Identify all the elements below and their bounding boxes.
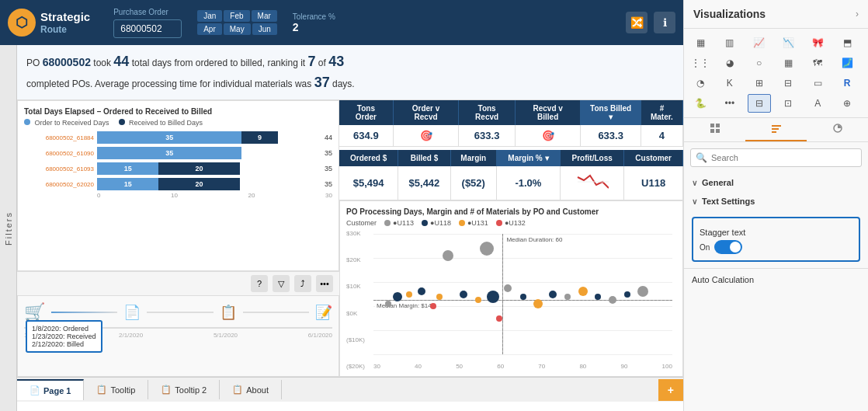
viz-icon-r[interactable]: R <box>835 74 859 92</box>
table-row: 68000502_61093 15 20 35 <box>24 162 332 175</box>
viz-icon-selected[interactable]: ⊟ <box>748 94 771 113</box>
tab-about-label: About <box>246 385 269 395</box>
viz-icon-col[interactable]: ▥ <box>718 33 741 52</box>
col-margin-pct: Margin % ▾ <box>496 150 560 166</box>
summary-days2: 37 <box>314 75 330 90</box>
about-icon: 📋 <box>232 385 243 395</box>
dot-16 <box>564 294 571 300</box>
median-duration-line <box>502 234 503 354</box>
text-settings-content: Stagger text On <box>684 211 868 268</box>
bar-light-4: 15 <box>97 178 158 190</box>
stagger-text-label: Stagger text <box>700 228 745 237</box>
viz-icon-scatter[interactable]: ⋮⋮ <box>689 54 712 72</box>
tab-page1[interactable]: 📄 Page 1 <box>17 379 84 400</box>
viz-icon-donut[interactable]: ○ <box>748 54 771 72</box>
viz-icon-treemap[interactable]: ▦ <box>776 54 800 72</box>
help-icon[interactable]: ? <box>251 275 268 292</box>
filters-sidebar: Filters <box>0 45 17 411</box>
doc2-icon: 📋 <box>220 304 237 321</box>
text-settings-section-header[interactable]: ∨ Text Settings <box>684 192 868 211</box>
viz-icon-table[interactable]: ⊞ <box>748 74 771 92</box>
x-60: 60 <box>497 363 504 370</box>
tab-about[interactable]: 📋 About <box>220 380 282 399</box>
month-jan[interactable]: Jan <box>197 10 222 22</box>
stagger-text-row: Stagger text <box>700 225 852 240</box>
export-icon[interactable]: ⤴ <box>294 275 311 292</box>
filter-ctrl-icon[interactable]: ▽ <box>273 275 290 292</box>
tab-page1-label: Page 1 <box>43 386 71 395</box>
x-100: 100 <box>662 363 672 370</box>
svg-rect-2 <box>716 124 720 127</box>
col-tons-recvd: Tons Recvd <box>459 100 515 125</box>
viz-icon-more[interactable]: ••• <box>718 94 741 113</box>
legend-u118-label: ●U118 <box>430 219 451 227</box>
viz-chevron-icon[interactable]: › <box>856 9 859 19</box>
po-select[interactable]: 68000502 <box>113 19 182 38</box>
viz-icon-line[interactable]: 📈 <box>748 33 771 52</box>
viz-icon-bar[interactable]: ▦ <box>689 33 712 52</box>
tooltip-line2: 1/23/2020: Received <box>32 333 96 340</box>
legend-u113: ●U113 <box>384 219 414 227</box>
tooltip-line3: 2/12/2020: Billed <box>32 340 96 348</box>
viz-icon-card[interactable]: ▭ <box>806 74 829 92</box>
tab-tooltip[interactable]: 📋 Tooltip <box>84 380 148 399</box>
legend-u118: ●U118 <box>422 219 451 227</box>
x-40: 40 <box>415 363 422 370</box>
month-apr[interactable]: Apr <box>197 23 222 35</box>
legend-dot-light <box>24 119 30 125</box>
col-recvd-billed: Recvd v Billed <box>515 100 581 125</box>
search-input[interactable] <box>690 148 862 167</box>
tab-tooltip2[interactable]: 📋 Tooltip 2 <box>148 380 220 399</box>
month-feb[interactable]: Feb <box>224 10 249 22</box>
viz-icon-text[interactable]: A <box>806 94 829 113</box>
viz-icon-map[interactable]: 🗺 <box>806 54 829 72</box>
metrics-table-bottom: Ordered $ Billed $ Margin Margin % ▾ Pro… <box>339 150 683 200</box>
viz-icon-waterfall[interactable]: ⬒ <box>835 33 859 52</box>
bar-chart-section: Total Days Elapsed – Ordered to Received… <box>17 100 339 271</box>
viz-icon-btn-extra[interactable]: ⊕ <box>835 94 859 113</box>
viz-tab-format[interactable] <box>745 118 807 141</box>
stagger-text-box: Stagger text On <box>692 217 860 262</box>
viz-icon-gauge[interactable]: ◔ <box>689 74 712 92</box>
viz-tab-analytics[interactable] <box>807 118 868 141</box>
more-icon[interactable]: ••• <box>316 275 333 292</box>
add-tab-button[interactable]: + <box>658 379 683 401</box>
axis-10: 10 <box>171 192 178 199</box>
grid-4 <box>373 330 672 331</box>
viz-tab-build[interactable] <box>684 118 745 141</box>
val-margin: ($52) <box>450 166 496 200</box>
viz-icon-ribbon[interactable]: 🎀 <box>806 33 829 52</box>
metrics-data-row: 634.9 🎯 633.3 🎯 633.3 4 <box>339 125 683 147</box>
toggle-switch[interactable] <box>714 240 742 254</box>
viz-icon-kpi[interactable]: K <box>718 74 741 92</box>
app-header: ⬡ Strategic Route Purchase Order 6800050… <box>0 0 683 45</box>
viz-icon-area[interactable]: 📉 <box>776 33 800 52</box>
dot-21 <box>637 286 648 297</box>
month-jun[interactable]: Jun <box>252 23 277 35</box>
build-icon <box>710 123 720 134</box>
col-order-recvd: Order v Recvd <box>393 100 459 125</box>
bar-total-1: 44 <box>313 134 332 141</box>
viz-icon-filter[interactable]: ⊡ <box>776 94 800 113</box>
y-20k: $20K <box>346 256 373 263</box>
chart-controls: ? ▽ ⤴ ••• <box>17 271 339 295</box>
val-recvd-billed: 🎯 <box>515 125 581 147</box>
month-may[interactable]: May <box>224 23 251 35</box>
bar-label: 68000502_61093 <box>24 165 94 172</box>
grid-2 <box>373 282 672 283</box>
viz-tabs <box>684 118 868 142</box>
viz-icon-matrix[interactable]: ⊟ <box>776 74 800 92</box>
dot-15 <box>549 291 557 298</box>
filters-label: Filters <box>4 211 13 246</box>
auto-calc-label: Auto Calculation <box>692 275 754 284</box>
x-90: 90 <box>620 363 627 370</box>
svg-rect-4 <box>716 129 720 133</box>
viz-icon-filled-map[interactable]: 🗾 <box>835 54 859 72</box>
filter-icon[interactable]: 🔀 <box>626 12 648 33</box>
viz-icon-python[interactable]: 🐍 <box>689 94 712 113</box>
month-mar[interactable]: Mar <box>252 10 277 22</box>
viz-icon-pie[interactable]: ◕ <box>718 54 741 72</box>
general-section-header[interactable]: ∨ General <box>684 173 868 192</box>
col-billed: Billed $ <box>398 150 450 166</box>
info-icon[interactable]: ℹ <box>654 12 675 33</box>
